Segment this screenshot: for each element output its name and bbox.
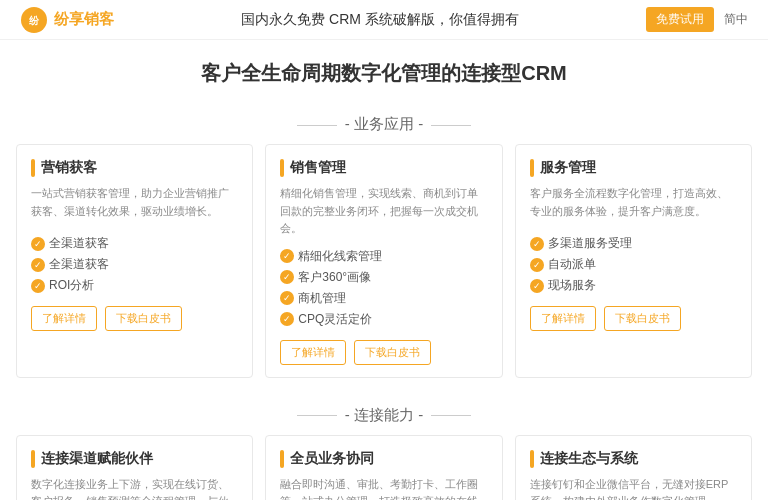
card-service-desc: 客户服务全流程数字化管理，打造高效、专业的服务体验，提升客户满意度。 xyxy=(530,185,737,225)
check-icon xyxy=(280,270,294,284)
card-marketing-actions: 了解详情 下载白皮书 xyxy=(31,306,238,331)
card-ecosystem-header: 连接生态与系统 xyxy=(530,450,737,468)
learn-more-button[interactable]: 了解详情 xyxy=(530,306,596,331)
card-channel-header: 连接渠道赋能伙伴 xyxy=(31,450,238,468)
card-collaboration: 全员业务协同 融合即时沟通、审批、考勤打卡、工作圈等一站式办公管理，打造极致高效… xyxy=(265,435,502,500)
list-item: 精细化线索管理 xyxy=(280,246,487,267)
card-sales-desc: 精细化销售管理，实现线索、商机到订单回款的完整业务闭环，把握每一次成交机会。 xyxy=(280,185,487,238)
card-service-actions: 了解详情 下载白皮书 xyxy=(530,306,737,331)
card-marketing-header: 营销获客 xyxy=(31,159,238,177)
card-collaboration-header: 全员业务协同 xyxy=(280,450,487,468)
check-icon xyxy=(31,279,45,293)
card-sales-header: 销售管理 xyxy=(280,159,487,177)
list-item: 全渠道获客 xyxy=(31,233,238,254)
card-marketing-features: 全渠道获客 全渠道获客 ROI分析 xyxy=(31,233,238,296)
list-item: ROI分析 xyxy=(31,275,238,296)
logo-area: 纷 纷享销客 xyxy=(20,6,114,34)
card-service-features: 多渠道服务受理 自动派单 现场服务 xyxy=(530,233,737,296)
card-icon-bar xyxy=(31,450,35,468)
connect-cards-grid: 连接渠道赋能伙伴 数字化连接业务上下游，实现在线订货、客户报备、销售预测等全流程… xyxy=(0,435,768,500)
card-marketing-desc: 一站式营销获客管理，助力企业营销推广获客、渠道转化效果，驱动业绩增长。 xyxy=(31,185,238,225)
card-ecosystem-title: 连接生态与系统 xyxy=(540,450,638,468)
check-icon xyxy=(530,258,544,272)
card-sales: 销售管理 精细化销售管理，实现线索、商机到订单回款的完整业务闭环，把握每一次成交… xyxy=(265,144,502,378)
card-icon-bar xyxy=(280,450,284,468)
business-cards-grid: 营销获客 一站式营销获客管理，助力企业营销推广获客、渠道转化效果，驱动业绩增长。… xyxy=(0,144,768,392)
card-service-title: 服务管理 xyxy=(540,159,596,177)
card-collaboration-desc: 融合即时沟通、审批、考勤打卡、工作圈等一站式办公管理，打造极致高效的在线协同作战… xyxy=(280,476,487,500)
list-item: CPQ灵活定价 xyxy=(280,309,487,330)
header-tagline: 国内永久免费 CRM 系统破解版，你值得拥有 xyxy=(114,11,646,29)
connect-section-title: - 连接能力 - xyxy=(0,406,768,425)
list-item: 客户360°画像 xyxy=(280,267,487,288)
download-whitepaper-button[interactable]: 下载白皮书 xyxy=(604,306,681,331)
card-channel-desc: 数字化连接业务上下游，实现在线订货、客户报备、销售预测等全流程管理，与伙伴共创共… xyxy=(31,476,238,500)
logo-icon: 纷 xyxy=(20,6,48,34)
check-icon xyxy=(280,291,294,305)
list-item: 自动派单 xyxy=(530,254,737,275)
check-icon xyxy=(31,237,45,251)
check-icon xyxy=(31,258,45,272)
logo-text: 纷享销客 xyxy=(54,10,114,29)
svg-text:纷: 纷 xyxy=(29,15,40,26)
card-sales-features: 精细化线索管理 客户360°画像 商机管理 CPQ灵活定价 xyxy=(280,246,487,330)
download-whitepaper-button[interactable]: 下载白皮书 xyxy=(354,340,431,365)
learn-more-button[interactable]: 了解详情 xyxy=(31,306,97,331)
card-sales-actions: 了解详情 下载白皮书 xyxy=(280,340,487,365)
card-collaboration-title: 全员业务协同 xyxy=(290,450,374,468)
header-right: 免费试用 简中 xyxy=(646,7,748,32)
download-whitepaper-button[interactable]: 下载白皮书 xyxy=(105,306,182,331)
learn-more-button[interactable]: 了解详情 xyxy=(280,340,346,365)
card-service-header: 服务管理 xyxy=(530,159,737,177)
card-sales-title: 销售管理 xyxy=(290,159,346,177)
check-icon xyxy=(280,312,294,326)
header: 纷 纷享销客 国内永久免费 CRM 系统破解版，你值得拥有 免费试用 简中 xyxy=(0,0,768,40)
card-icon-bar xyxy=(530,159,534,177)
hero-title: 客户全生命周期数字化管理的连接型CRM xyxy=(20,60,748,87)
card-icon-bar xyxy=(530,450,534,468)
check-icon xyxy=(530,237,544,251)
card-icon-bar xyxy=(280,159,284,177)
list-item: 全渠道获客 xyxy=(31,254,238,275)
card-ecosystem: 连接生态与系统 连接钉钉和企业微信平台，无缝对接ERP系统，构建内外部业务作数字… xyxy=(515,435,752,500)
card-marketing: 营销获客 一站式营销获客管理，助力企业营销推广获客、渠道转化效果，驱动业绩增长。… xyxy=(16,144,253,378)
list-item: 现场服务 xyxy=(530,275,737,296)
language-switch[interactable]: 简中 xyxy=(724,11,748,28)
card-ecosystem-desc: 连接钉钉和企业微信平台，无缝对接ERP系统，构建内外部业务作数字化管理。 xyxy=(530,476,737,500)
free-trial-button[interactable]: 免费试用 xyxy=(646,7,714,32)
list-item: 商机管理 xyxy=(280,288,487,309)
check-icon xyxy=(280,249,294,263)
card-marketing-title: 营销获客 xyxy=(41,159,97,177)
card-service: 服务管理 客户服务全流程数字化管理，打造高效、专业的服务体验，提升客户满意度。 … xyxy=(515,144,752,378)
business-section-title: - 业务应用 - xyxy=(0,115,768,134)
card-channel: 连接渠道赋能伙伴 数字化连接业务上下游，实现在线订货、客户报备、销售预测等全流程… xyxy=(16,435,253,500)
check-icon xyxy=(530,279,544,293)
card-channel-title: 连接渠道赋能伙伴 xyxy=(41,450,153,468)
list-item: 多渠道服务受理 xyxy=(530,233,737,254)
card-icon-bar xyxy=(31,159,35,177)
hero-section: 客户全生命周期数字化管理的连接型CRM xyxy=(0,40,768,101)
